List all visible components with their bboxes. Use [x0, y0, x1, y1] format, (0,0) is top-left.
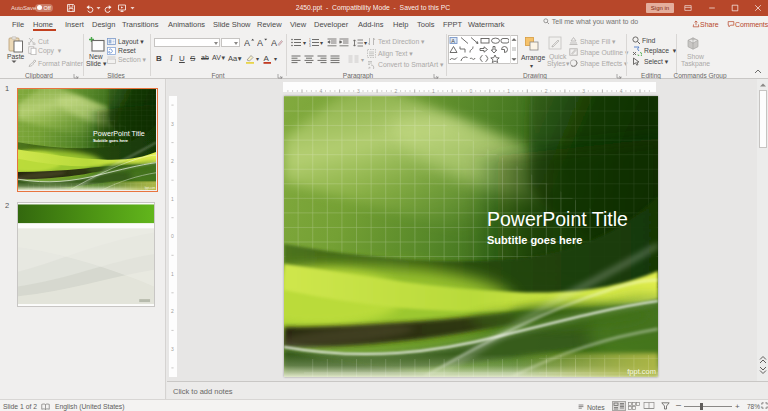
svg-text:0: 0	[171, 233, 174, 239]
svg-text:A: A	[244, 38, 250, 48]
svg-text:0: 0	[470, 88, 473, 94]
svg-text:2: 2	[171, 158, 174, 164]
svg-text:1: 1	[507, 88, 510, 94]
svg-text:1: 1	[171, 271, 174, 277]
svg-text:A: A	[271, 38, 277, 48]
svg-text:1: 1	[432, 88, 435, 94]
svg-text:3: 3	[171, 346, 174, 352]
svg-text:A: A	[264, 54, 270, 63]
svg-text:3: 3	[171, 121, 174, 127]
svg-text:2: 2	[395, 88, 398, 94]
svg-text:4: 4	[319, 88, 322, 94]
svg-text:A: A	[451, 38, 455, 44]
svg-text:2: 2	[171, 308, 174, 314]
svg-text:4: 4	[620, 88, 623, 94]
svg-text:3: 3	[309, 44, 311, 47]
svg-text:1: 1	[171, 196, 174, 202]
svg-text:2: 2	[545, 88, 548, 94]
svg-text:A: A	[257, 38, 263, 48]
svg-text:3: 3	[582, 88, 585, 94]
svg-text:3: 3	[357, 88, 360, 94]
